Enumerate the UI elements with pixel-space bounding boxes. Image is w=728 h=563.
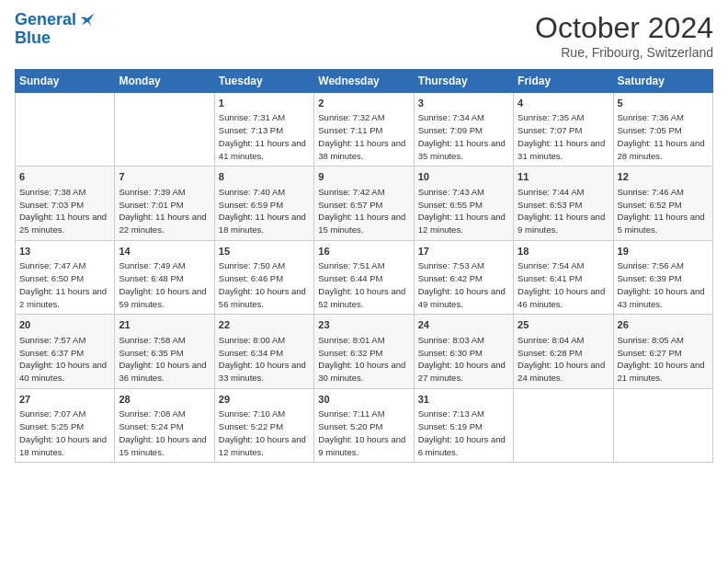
day-info: Sunrise: 8:05 AMSunset: 6:27 PMDaylight:… bbox=[618, 334, 709, 385]
day-number: 21 bbox=[119, 318, 210, 332]
table-row: 31Sunrise: 7:13 AMSunset: 5:19 PMDayligh… bbox=[414, 388, 513, 462]
table-row: 28Sunrise: 7:08 AMSunset: 5:24 PMDayligh… bbox=[115, 388, 214, 462]
day-number: 23 bbox=[318, 318, 409, 332]
day-info: Sunrise: 7:39 AMSunset: 7:01 PMDaylight:… bbox=[119, 186, 210, 236]
table-row: 30Sunrise: 7:11 AMSunset: 5:20 PMDayligh… bbox=[314, 388, 414, 462]
day-number: 14 bbox=[119, 245, 210, 259]
table-row: 21Sunrise: 7:58 AMSunset: 6:35 PMDayligh… bbox=[115, 315, 214, 388]
day-number: 10 bbox=[418, 170, 509, 184]
logo-text2: Blue bbox=[15, 29, 97, 48]
calendar-week-2: 6Sunrise: 7:38 AMSunset: 7:03 PMDaylight… bbox=[16, 167, 713, 240]
calendar-week-1: 1Sunrise: 7:31 AMSunset: 7:13 PMDaylight… bbox=[16, 93, 713, 167]
table-row bbox=[613, 388, 712, 462]
table-row: 12Sunrise: 7:46 AMSunset: 6:52 PMDayligh… bbox=[613, 167, 712, 240]
day-number: 29 bbox=[219, 393, 310, 407]
logo-bird-icon bbox=[78, 11, 97, 29]
day-info: Sunrise: 8:03 AMSunset: 6:30 PMDaylight:… bbox=[418, 334, 509, 385]
table-row: 19Sunrise: 7:56 AMSunset: 6:39 PMDayligh… bbox=[613, 240, 712, 314]
day-info: Sunrise: 7:40 AMSunset: 6:59 PMDaylight:… bbox=[219, 186, 310, 236]
day-number: 19 bbox=[618, 245, 709, 259]
day-number: 27 bbox=[19, 393, 110, 407]
table-row: 3Sunrise: 7:34 AMSunset: 7:09 PMDaylight… bbox=[414, 93, 513, 167]
day-number: 28 bbox=[119, 393, 210, 407]
table-row: 16Sunrise: 7:51 AMSunset: 6:44 PMDayligh… bbox=[314, 240, 414, 314]
day-number: 17 bbox=[418, 245, 509, 259]
table-row bbox=[115, 93, 214, 167]
day-number: 5 bbox=[618, 97, 709, 110]
th-saturday: Saturday bbox=[613, 70, 712, 93]
table-row: 1Sunrise: 7:31 AMSunset: 7:13 PMDaylight… bbox=[214, 93, 313, 167]
location: Rue, Fribourg, Switzerland bbox=[535, 45, 713, 60]
th-sunday: Sunday bbox=[16, 70, 115, 93]
table-row: 22Sunrise: 8:00 AMSunset: 6:34 PMDayligh… bbox=[214, 315, 313, 388]
calendar-table: Sunday Monday Tuesday Wednesday Thursday… bbox=[15, 69, 713, 463]
day-number: 1 bbox=[219, 97, 310, 110]
day-number: 13 bbox=[19, 245, 110, 259]
th-wednesday: Wednesday bbox=[314, 70, 414, 93]
table-row: 25Sunrise: 8:04 AMSunset: 6:28 PMDayligh… bbox=[514, 315, 613, 388]
day-info: Sunrise: 7:56 AMSunset: 6:39 PMDaylight:… bbox=[618, 259, 709, 310]
day-info: Sunrise: 7:51 AMSunset: 6:44 PMDaylight:… bbox=[318, 259, 409, 310]
day-info: Sunrise: 7:49 AMSunset: 6:48 PMDaylight:… bbox=[119, 259, 210, 310]
day-info: Sunrise: 7:13 AMSunset: 5:19 PMDaylight:… bbox=[418, 408, 509, 458]
day-number: 4 bbox=[518, 97, 609, 110]
th-monday: Monday bbox=[115, 70, 214, 93]
day-info: Sunrise: 7:46 AMSunset: 6:52 PMDaylight:… bbox=[618, 186, 709, 236]
day-info: Sunrise: 7:43 AMSunset: 6:55 PMDaylight:… bbox=[418, 186, 509, 236]
logo-text: General bbox=[15, 11, 76, 29]
day-info: Sunrise: 7:32 AMSunset: 7:11 PMDaylight:… bbox=[318, 111, 409, 162]
table-row: 11Sunrise: 7:44 AMSunset: 6:53 PMDayligh… bbox=[514, 167, 613, 240]
table-row: 9Sunrise: 7:42 AMSunset: 6:57 PMDaylight… bbox=[314, 167, 414, 240]
day-info: Sunrise: 7:53 AMSunset: 6:42 PMDaylight:… bbox=[418, 259, 509, 310]
day-number: 31 bbox=[418, 393, 509, 407]
day-info: Sunrise: 7:34 AMSunset: 7:09 PMDaylight:… bbox=[418, 111, 509, 162]
th-friday: Friday bbox=[514, 70, 613, 93]
table-row: 6Sunrise: 7:38 AMSunset: 7:03 PMDaylight… bbox=[16, 167, 115, 240]
table-row: 5Sunrise: 7:36 AMSunset: 7:05 PMDaylight… bbox=[613, 93, 712, 167]
th-tuesday: Tuesday bbox=[214, 70, 313, 93]
day-info: Sunrise: 7:36 AMSunset: 7:05 PMDaylight:… bbox=[618, 111, 709, 162]
day-info: Sunrise: 7:54 AMSunset: 6:41 PMDaylight:… bbox=[518, 259, 609, 310]
day-info: Sunrise: 7:35 AMSunset: 7:07 PMDaylight:… bbox=[518, 111, 609, 162]
day-number: 2 bbox=[318, 97, 409, 110]
day-number: 16 bbox=[318, 245, 409, 259]
table-row: 15Sunrise: 7:50 AMSunset: 6:46 PMDayligh… bbox=[214, 240, 313, 314]
table-row bbox=[16, 93, 115, 167]
day-number: 7 bbox=[119, 170, 210, 184]
logo: General Blue bbox=[15, 11, 97, 48]
page: General Blue October 2024 Rue, Fribourg,… bbox=[0, 0, 728, 563]
table-row: 24Sunrise: 8:03 AMSunset: 6:30 PMDayligh… bbox=[414, 315, 513, 388]
day-info: Sunrise: 7:31 AMSunset: 7:13 PMDaylight:… bbox=[219, 111, 310, 162]
day-number: 18 bbox=[518, 245, 609, 259]
calendar-week-3: 13Sunrise: 7:47 AMSunset: 6:50 PMDayligh… bbox=[16, 240, 713, 314]
day-info: Sunrise: 8:04 AMSunset: 6:28 PMDaylight:… bbox=[518, 334, 609, 385]
day-number: 9 bbox=[318, 170, 409, 184]
month-title: October 2024 bbox=[535, 11, 713, 45]
day-info: Sunrise: 7:58 AMSunset: 6:35 PMDaylight:… bbox=[119, 334, 210, 385]
day-info: Sunrise: 8:01 AMSunset: 6:32 PMDaylight:… bbox=[318, 334, 409, 385]
day-number: 30 bbox=[318, 393, 409, 407]
table-row: 2Sunrise: 7:32 AMSunset: 7:11 PMDaylight… bbox=[314, 93, 414, 167]
day-info: Sunrise: 8:00 AMSunset: 6:34 PMDaylight:… bbox=[219, 334, 310, 385]
table-row: 7Sunrise: 7:39 AMSunset: 7:01 PMDaylight… bbox=[115, 167, 214, 240]
day-info: Sunrise: 7:44 AMSunset: 6:53 PMDaylight:… bbox=[518, 186, 609, 236]
day-info: Sunrise: 7:57 AMSunset: 6:37 PMDaylight:… bbox=[19, 334, 110, 385]
table-row: 13Sunrise: 7:47 AMSunset: 6:50 PMDayligh… bbox=[16, 240, 115, 314]
calendar-week-5: 27Sunrise: 7:07 AMSunset: 5:25 PMDayligh… bbox=[16, 388, 713, 462]
day-info: Sunrise: 7:08 AMSunset: 5:24 PMDaylight:… bbox=[119, 408, 210, 458]
day-info: Sunrise: 7:07 AMSunset: 5:25 PMDaylight:… bbox=[19, 408, 110, 458]
table-row: 4Sunrise: 7:35 AMSunset: 7:07 PMDaylight… bbox=[514, 93, 613, 167]
day-number: 15 bbox=[219, 245, 310, 259]
day-number: 6 bbox=[19, 170, 110, 184]
th-thursday: Thursday bbox=[414, 70, 513, 93]
header: General Blue October 2024 Rue, Fribourg,… bbox=[15, 11, 713, 60]
table-row: 23Sunrise: 8:01 AMSunset: 6:32 PMDayligh… bbox=[314, 315, 414, 388]
day-number: 22 bbox=[219, 318, 310, 332]
day-info: Sunrise: 7:10 AMSunset: 5:22 PMDaylight:… bbox=[219, 408, 310, 458]
day-info: Sunrise: 7:47 AMSunset: 6:50 PMDaylight:… bbox=[19, 259, 110, 310]
day-info: Sunrise: 7:38 AMSunset: 7:03 PMDaylight:… bbox=[19, 186, 110, 236]
day-info: Sunrise: 7:42 AMSunset: 6:57 PMDaylight:… bbox=[318, 186, 409, 236]
header-row: Sunday Monday Tuesday Wednesday Thursday… bbox=[16, 70, 713, 93]
table-row: 14Sunrise: 7:49 AMSunset: 6:48 PMDayligh… bbox=[115, 240, 214, 314]
day-info: Sunrise: 7:11 AMSunset: 5:20 PMDaylight:… bbox=[318, 408, 409, 458]
